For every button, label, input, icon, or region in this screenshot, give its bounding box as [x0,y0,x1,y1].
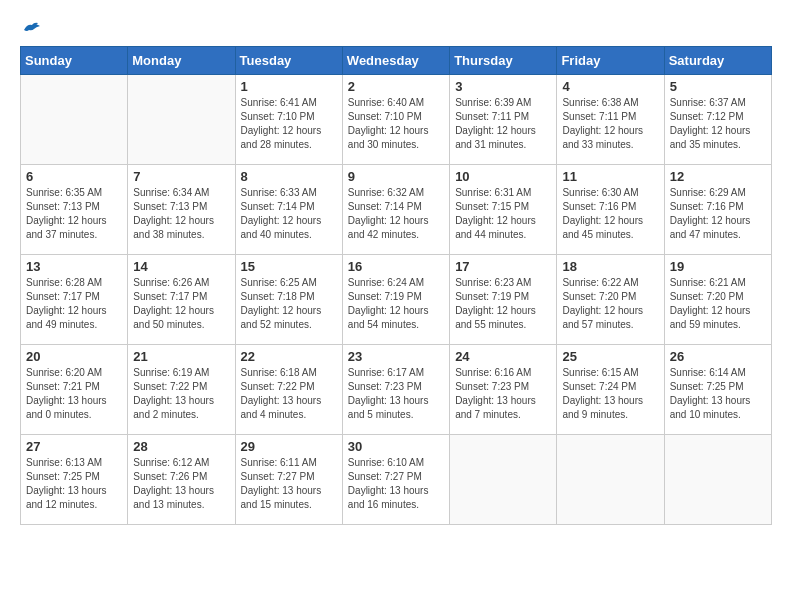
day-number: 20 [26,349,122,364]
day-number: 12 [670,169,766,184]
day-info: Sunrise: 6:31 AMSunset: 7:15 PMDaylight:… [455,186,551,242]
day-info: Sunrise: 6:18 AMSunset: 7:22 PMDaylight:… [241,366,337,422]
calendar-day-cell [664,435,771,525]
day-number: 25 [562,349,658,364]
calendar-day-cell: 16Sunrise: 6:24 AMSunset: 7:19 PMDayligh… [342,255,449,345]
calendar-day-cell: 8Sunrise: 6:33 AMSunset: 7:14 PMDaylight… [235,165,342,255]
day-info: Sunrise: 6:38 AMSunset: 7:11 PMDaylight:… [562,96,658,152]
calendar-day-cell: 1Sunrise: 6:41 AMSunset: 7:10 PMDaylight… [235,75,342,165]
day-number: 22 [241,349,337,364]
day-info: Sunrise: 6:34 AMSunset: 7:13 PMDaylight:… [133,186,229,242]
day-number: 15 [241,259,337,274]
day-of-week-header: Thursday [450,47,557,75]
day-info: Sunrise: 6:29 AMSunset: 7:16 PMDaylight:… [670,186,766,242]
day-info: Sunrise: 6:20 AMSunset: 7:21 PMDaylight:… [26,366,122,422]
day-info: Sunrise: 6:11 AMSunset: 7:27 PMDaylight:… [241,456,337,512]
day-number: 2 [348,79,444,94]
calendar-day-cell: 28Sunrise: 6:12 AMSunset: 7:26 PMDayligh… [128,435,235,525]
calendar-day-cell: 24Sunrise: 6:16 AMSunset: 7:23 PMDayligh… [450,345,557,435]
calendar-day-cell: 7Sunrise: 6:34 AMSunset: 7:13 PMDaylight… [128,165,235,255]
day-of-week-header: Wednesday [342,47,449,75]
day-number: 28 [133,439,229,454]
calendar-day-cell: 30Sunrise: 6:10 AMSunset: 7:27 PMDayligh… [342,435,449,525]
day-info: Sunrise: 6:33 AMSunset: 7:14 PMDaylight:… [241,186,337,242]
day-info: Sunrise: 6:24 AMSunset: 7:19 PMDaylight:… [348,276,444,332]
day-number: 29 [241,439,337,454]
calendar-day-cell: 4Sunrise: 6:38 AMSunset: 7:11 PMDaylight… [557,75,664,165]
day-info: Sunrise: 6:14 AMSunset: 7:25 PMDaylight:… [670,366,766,422]
day-number: 30 [348,439,444,454]
page-header [20,20,772,36]
day-info: Sunrise: 6:26 AMSunset: 7:17 PMDaylight:… [133,276,229,332]
calendar-day-cell: 23Sunrise: 6:17 AMSunset: 7:23 PMDayligh… [342,345,449,435]
calendar-day-cell [557,435,664,525]
calendar-day-cell: 2Sunrise: 6:40 AMSunset: 7:10 PMDaylight… [342,75,449,165]
day-of-week-header: Tuesday [235,47,342,75]
logo-bird-icon [22,20,42,36]
day-info: Sunrise: 6:19 AMSunset: 7:22 PMDaylight:… [133,366,229,422]
calendar-week-row: 20Sunrise: 6:20 AMSunset: 7:21 PMDayligh… [21,345,772,435]
day-info: Sunrise: 6:41 AMSunset: 7:10 PMDaylight:… [241,96,337,152]
calendar-day-cell: 11Sunrise: 6:30 AMSunset: 7:16 PMDayligh… [557,165,664,255]
calendar-day-cell: 14Sunrise: 6:26 AMSunset: 7:17 PMDayligh… [128,255,235,345]
day-number: 24 [455,349,551,364]
day-number: 27 [26,439,122,454]
calendar-day-cell: 22Sunrise: 6:18 AMSunset: 7:22 PMDayligh… [235,345,342,435]
day-of-week-header: Sunday [21,47,128,75]
calendar-day-cell: 21Sunrise: 6:19 AMSunset: 7:22 PMDayligh… [128,345,235,435]
calendar-week-row: 27Sunrise: 6:13 AMSunset: 7:25 PMDayligh… [21,435,772,525]
day-info: Sunrise: 6:22 AMSunset: 7:20 PMDaylight:… [562,276,658,332]
day-number: 26 [670,349,766,364]
day-number: 7 [133,169,229,184]
day-number: 19 [670,259,766,274]
day-of-week-header: Saturday [664,47,771,75]
day-info: Sunrise: 6:35 AMSunset: 7:13 PMDaylight:… [26,186,122,242]
calendar-day-cell [450,435,557,525]
calendar-day-cell: 9Sunrise: 6:32 AMSunset: 7:14 PMDaylight… [342,165,449,255]
day-of-week-header: Monday [128,47,235,75]
calendar-day-cell: 15Sunrise: 6:25 AMSunset: 7:18 PMDayligh… [235,255,342,345]
calendar-week-row: 1Sunrise: 6:41 AMSunset: 7:10 PMDaylight… [21,75,772,165]
calendar-day-cell: 13Sunrise: 6:28 AMSunset: 7:17 PMDayligh… [21,255,128,345]
calendar-header-row: SundayMondayTuesdayWednesdayThursdayFrid… [21,47,772,75]
calendar-table: SundayMondayTuesdayWednesdayThursdayFrid… [20,46,772,525]
calendar-week-row: 6Sunrise: 6:35 AMSunset: 7:13 PMDaylight… [21,165,772,255]
day-info: Sunrise: 6:32 AMSunset: 7:14 PMDaylight:… [348,186,444,242]
day-info: Sunrise: 6:28 AMSunset: 7:17 PMDaylight:… [26,276,122,332]
day-info: Sunrise: 6:16 AMSunset: 7:23 PMDaylight:… [455,366,551,422]
day-info: Sunrise: 6:10 AMSunset: 7:27 PMDaylight:… [348,456,444,512]
day-number: 23 [348,349,444,364]
calendar-day-cell [21,75,128,165]
day-number: 13 [26,259,122,274]
calendar-day-cell: 6Sunrise: 6:35 AMSunset: 7:13 PMDaylight… [21,165,128,255]
day-info: Sunrise: 6:12 AMSunset: 7:26 PMDaylight:… [133,456,229,512]
calendar-day-cell: 26Sunrise: 6:14 AMSunset: 7:25 PMDayligh… [664,345,771,435]
calendar-day-cell: 19Sunrise: 6:21 AMSunset: 7:20 PMDayligh… [664,255,771,345]
day-info: Sunrise: 6:13 AMSunset: 7:25 PMDaylight:… [26,456,122,512]
day-number: 8 [241,169,337,184]
calendar-day-cell: 5Sunrise: 6:37 AMSunset: 7:12 PMDaylight… [664,75,771,165]
day-number: 4 [562,79,658,94]
calendar-day-cell: 3Sunrise: 6:39 AMSunset: 7:11 PMDaylight… [450,75,557,165]
day-info: Sunrise: 6:37 AMSunset: 7:12 PMDaylight:… [670,96,766,152]
day-info: Sunrise: 6:23 AMSunset: 7:19 PMDaylight:… [455,276,551,332]
calendar-day-cell: 18Sunrise: 6:22 AMSunset: 7:20 PMDayligh… [557,255,664,345]
day-number: 3 [455,79,551,94]
day-number: 1 [241,79,337,94]
day-number: 5 [670,79,766,94]
day-info: Sunrise: 6:39 AMSunset: 7:11 PMDaylight:… [455,96,551,152]
calendar-day-cell: 29Sunrise: 6:11 AMSunset: 7:27 PMDayligh… [235,435,342,525]
calendar-day-cell: 20Sunrise: 6:20 AMSunset: 7:21 PMDayligh… [21,345,128,435]
day-info: Sunrise: 6:30 AMSunset: 7:16 PMDaylight:… [562,186,658,242]
day-number: 9 [348,169,444,184]
day-info: Sunrise: 6:21 AMSunset: 7:20 PMDaylight:… [670,276,766,332]
calendar-day-cell: 10Sunrise: 6:31 AMSunset: 7:15 PMDayligh… [450,165,557,255]
day-info: Sunrise: 6:15 AMSunset: 7:24 PMDaylight:… [562,366,658,422]
calendar-day-cell: 12Sunrise: 6:29 AMSunset: 7:16 PMDayligh… [664,165,771,255]
day-number: 21 [133,349,229,364]
calendar-day-cell: 25Sunrise: 6:15 AMSunset: 7:24 PMDayligh… [557,345,664,435]
day-info: Sunrise: 6:40 AMSunset: 7:10 PMDaylight:… [348,96,444,152]
day-number: 6 [26,169,122,184]
day-info: Sunrise: 6:25 AMSunset: 7:18 PMDaylight:… [241,276,337,332]
calendar-day-cell: 27Sunrise: 6:13 AMSunset: 7:25 PMDayligh… [21,435,128,525]
